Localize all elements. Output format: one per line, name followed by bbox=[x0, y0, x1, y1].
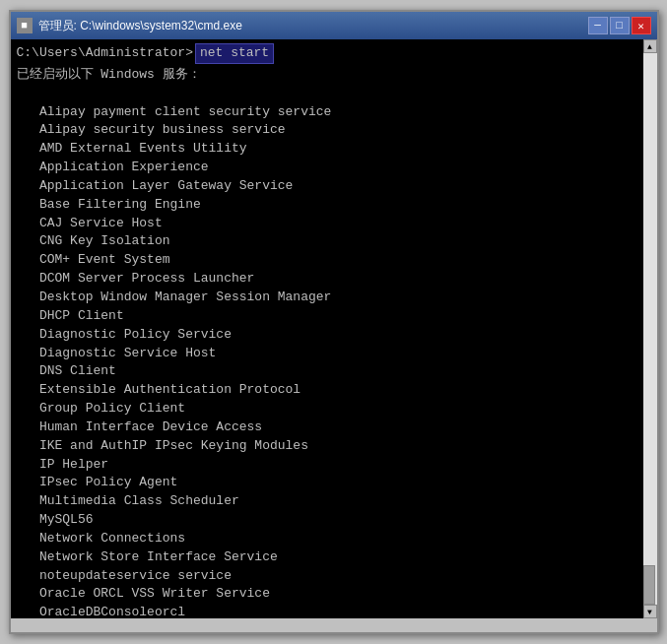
service-item: Human Interface Device Access bbox=[17, 419, 637, 437]
cmd-window: ■ 管理员: C:\windows\system32\cmd.exe ─ □ ✕… bbox=[9, 10, 659, 634]
terminal-output: C:\Users\Administrator> net start 已经启动以下… bbox=[11, 39, 643, 618]
scroll-up-button[interactable]: ▲ bbox=[643, 39, 657, 53]
service-item: Desktop Window Manager Session Manager bbox=[17, 289, 637, 307]
service-item: Group Policy Client bbox=[17, 400, 637, 419]
maximize-button[interactable]: □ bbox=[610, 17, 630, 34]
service-item: Network Store Interface Service bbox=[17, 548, 637, 567]
window-title: 管理员: C:\windows\system32\cmd.exe bbox=[38, 18, 242, 34]
service-item: Extensible Authentication Protocol bbox=[17, 381, 637, 400]
service-item: COM+ Event System bbox=[17, 251, 637, 270]
service-item: MySQL56 bbox=[17, 511, 637, 530]
title-bar: ■ 管理员: C:\windows\system32\cmd.exe ─ □ ✕ bbox=[11, 12, 657, 39]
service-item: DHCP Client bbox=[17, 307, 637, 326]
service-item: Application Layer Gateway Service bbox=[17, 177, 637, 196]
service-item: OracleDBConsoleorcl bbox=[17, 604, 637, 618]
command-text: net start bbox=[195, 43, 274, 64]
minimize-button[interactable]: ─ bbox=[588, 17, 608, 34]
window-controls: ─ □ ✕ bbox=[588, 17, 651, 34]
bottom-bar bbox=[11, 618, 657, 632]
blank-line bbox=[17, 85, 637, 103]
service-item: AMD External Events Utility bbox=[17, 140, 637, 159]
title-bar-left: ■ 管理员: C:\windows\system32\cmd.exe bbox=[17, 18, 242, 34]
service-item: CAJ Service Host bbox=[17, 215, 637, 233]
service-item: Multimedia Class Scheduler bbox=[17, 492, 637, 511]
service-item: noteupdateservice service bbox=[17, 567, 637, 586]
cmd-icon: ■ bbox=[17, 18, 33, 33]
header-line: 已经启动以下 Windows 服务： bbox=[17, 66, 637, 85]
service-item: Oracle ORCL VSS Writer Service bbox=[17, 585, 637, 604]
service-item: CNG Key Isolation bbox=[17, 232, 637, 251]
command-line: C:\Users\Administrator> net start bbox=[17, 43, 637, 64]
scroll-down-button[interactable]: ▼ bbox=[643, 605, 657, 618]
service-item: Alipay security business service bbox=[17, 121, 637, 140]
service-item: Base Filtering Engine bbox=[17, 196, 637, 215]
service-item: IKE and AuthIP IPsec Keying Modules bbox=[17, 437, 637, 456]
close-button[interactable]: ✕ bbox=[632, 17, 651, 34]
scroll-track bbox=[643, 53, 657, 605]
content-area: C:\Users\Administrator> net start 已经启动以下… bbox=[11, 39, 657, 618]
service-item: IP Helper bbox=[17, 456, 637, 475]
services-list: Alipay payment client security service A… bbox=[17, 103, 637, 618]
prompt: C:\Users\Administrator> bbox=[17, 44, 193, 63]
scrollbar: ▲ ▼ bbox=[643, 39, 657, 618]
service-item: Diagnostic Service Host bbox=[17, 345, 637, 363]
service-item: IPsec Policy Agent bbox=[17, 474, 637, 492]
service-item: DCOM Server Process Launcher bbox=[17, 270, 637, 289]
service-item: Alipay payment client security service bbox=[17, 103, 637, 122]
scroll-thumb[interactable] bbox=[643, 565, 655, 605]
service-item: Application Experience bbox=[17, 159, 637, 177]
service-item: Network Connections bbox=[17, 530, 637, 548]
service-item: DNS Client bbox=[17, 362, 637, 381]
service-item: Diagnostic Policy Service bbox=[17, 326, 637, 345]
